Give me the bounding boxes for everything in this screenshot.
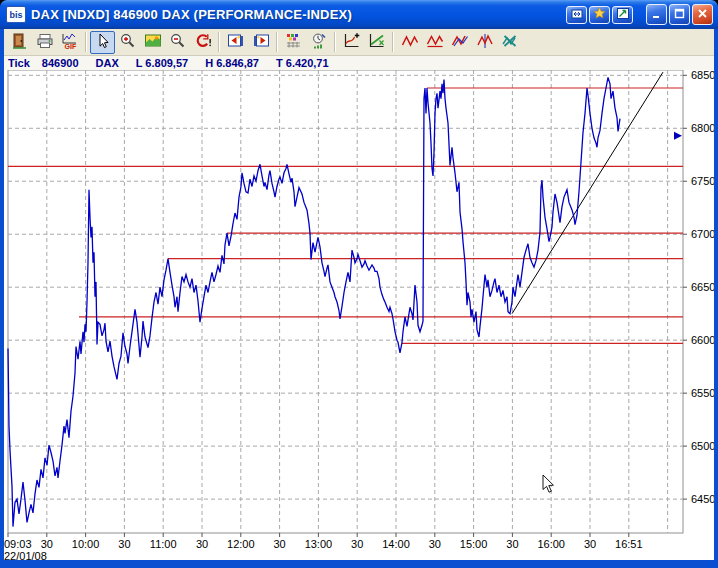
close-icon [697,7,708,22]
toolbar-separator [392,32,394,52]
x-axis-label: 10:00 [72,538,100,550]
x-axis-label: 16:00 [537,538,565,550]
high-price: H 6.846,87 [205,57,259,69]
scroll-right-icon [251,32,271,53]
crosshair-icon [342,32,362,53]
zigzag-mixed-icon [450,32,470,53]
zoom-out-button[interactable] [165,31,190,54]
y-axis-label: 6500 [691,440,714,452]
chart-style-icon [284,32,304,53]
y-axis-label: 6700 [691,228,714,240]
exit-icon [10,32,30,53]
export-gif-icon: GIF [60,32,80,53]
y-axis-label: 6650 [691,281,714,293]
print-button[interactable] [32,31,57,54]
x-axis-label: 30 [506,538,518,550]
title-bar[interactable]: bis DAX [NDXD] 846900 DAX (PERFORMANCE-I… [0,0,718,29]
plot-border [8,70,683,533]
toolbar-separator [334,32,336,52]
x-axis-label: 11:00 [150,538,177,550]
window-link-button[interactable] [566,6,587,24]
x-axis-label: 30 [118,538,130,550]
chart-canvas[interactable]: 64506500655066006650670067506800685009:0… [4,70,714,560]
zigzag-vertical-icon [475,32,495,53]
interval-label: Tick [8,57,30,69]
app-icon: bis [6,6,26,23]
low-price: T 6.420,71 [276,57,329,69]
green-arrow-icon [617,7,629,22]
star-icon [593,7,606,22]
x-axis-label: 30 [196,538,208,550]
zoom-out-icon [168,32,188,53]
toolbar: GIF [4,29,714,56]
scroll-left-icon [226,32,246,53]
print-icon [35,32,55,53]
x-axis-label: 30 [351,538,363,550]
y-axis-label: 6550 [691,387,714,399]
reload-icon [193,32,213,53]
zoom-in-button[interactable] [115,31,140,54]
zigzag-delete-button[interactable] [497,31,522,54]
zigzag-vertical-button[interactable] [472,31,497,54]
zigzag-icon [400,32,420,53]
scroll-right-button[interactable] [248,31,273,54]
scroll-left-button[interactable] [223,31,248,54]
close-button[interactable] [692,4,713,25]
x-axis-label: 30 [273,538,285,550]
window-link-icon [571,7,583,22]
x-axis-label: 30 [584,538,596,550]
time-settings-button[interactable] [306,31,331,54]
y-axis-label: 6600 [691,334,714,346]
status-bar: Tick846900DAXL 6.809,57H 6.846,87T 6.420… [4,56,714,70]
y-axis-label: 6450 [691,493,714,505]
y-axis-label: 6800 [691,122,714,134]
x-axis-label: 13:00 [305,538,333,550]
svg-text:GIF: GIF [64,43,76,50]
date-label: 22/01/08 [4,550,47,560]
annotate-button[interactable] [612,6,633,24]
pointer-icon [93,32,113,53]
instrument-symbol: DAX [96,57,119,69]
application-window: bis DAX [NDXD] 846900 DAX (PERFORMANCE-I… [0,0,718,568]
exit-button[interactable] [7,31,32,54]
zigzag-button[interactable] [397,31,422,54]
x-axis-label: 30 [429,538,441,550]
instrument-id: 846900 [42,57,79,69]
chart-view-icon [143,32,163,53]
pointer-button[interactable] [90,31,115,54]
x-axis-label: 14:00 [382,538,410,550]
reload-button[interactable] [190,31,215,54]
last-price: L 6.809,57 [136,57,188,69]
zoom-in-icon [118,32,138,53]
toolbar-separator [218,32,220,52]
minimize-icon [651,7,662,22]
zigzag-delete-icon [500,32,520,53]
export-gif-button[interactable]: GIF [57,31,82,54]
y-axis-label: 6850 [691,70,714,81]
zigzag-base-icon [425,32,445,53]
app-icon-text: bis [9,10,22,20]
trend-erase-button[interactable] [364,31,389,54]
x-axis-label: 15:00 [460,538,488,550]
x-axis-label: 30 [41,538,53,550]
maximize-icon [674,7,685,22]
window-title: DAX [NDXD] 846900 DAX (PERFORMANCE-INDEX… [31,7,566,22]
chart-area: 64506500655066006650670067506800685009:0… [4,70,714,560]
trend-erase-icon [367,32,387,53]
favorites-button[interactable] [589,6,610,24]
minimize-button[interactable] [646,4,667,25]
x-axis-label: 09:03 [4,538,32,550]
maximize-button[interactable] [669,4,690,25]
zigzag-mixed-button[interactable] [447,31,472,54]
chart-view-button[interactable] [140,31,165,54]
x-axis-label: 12:00 [227,538,255,550]
y-axis-label: 6750 [691,175,714,187]
toolbar-separator [276,32,278,52]
chart-style-button[interactable] [281,31,306,54]
x-axis-label: 16:51 [615,538,643,550]
zigzag-base-button[interactable] [422,31,447,54]
time-settings-icon [309,32,329,53]
titlebar-buttons [566,4,713,25]
crosshair-button[interactable] [339,31,364,54]
toolbar-separator [85,32,87,52]
